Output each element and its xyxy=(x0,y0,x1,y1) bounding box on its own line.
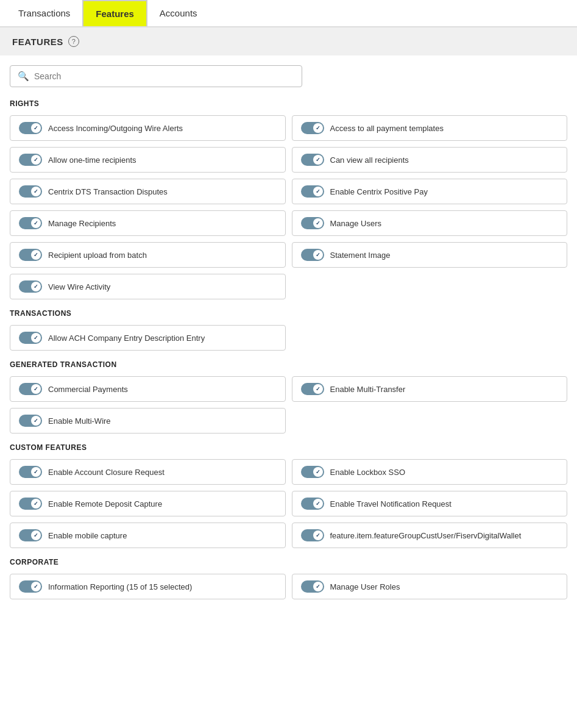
toggle-switch[interactable]: ✓ xyxy=(19,498,42,510)
toggle-switch[interactable]: ✓ xyxy=(19,185,42,198)
toggle-switch[interactable]: ✓ xyxy=(301,217,324,229)
toggle-label: Enable Multi-Wire xyxy=(48,416,111,426)
toggle-allow-one-time-recipients[interactable]: ✓ Allow one-time recipients xyxy=(10,147,286,173)
features-content: 🔍 RIGHTS ✓ Access Incoming/Outgoing Wire… xyxy=(0,55,577,619)
toggle-label: Enable mobile capture xyxy=(48,531,127,540)
toggle-switch[interactable]: ✓ xyxy=(301,383,324,395)
toggle-label: Enable Lockbox SSO xyxy=(330,468,406,477)
toggle-label: Allow one-time recipients xyxy=(48,155,136,165)
toggle-manage-users[interactable]: ✓ Manage Users xyxy=(292,210,568,236)
toggle-switch[interactable]: ✓ xyxy=(19,415,42,427)
toggle-label: Enable Remote Deposit Capture xyxy=(48,499,162,509)
toggle-label: Enable Travel Notification Request xyxy=(330,499,451,509)
toggle-switch[interactable]: ✓ xyxy=(301,249,324,261)
group-label-corporate: CORPORATE xyxy=(10,558,567,566)
toggle-allow-ach[interactable]: ✓ Allow ACH Company Entry Description En… xyxy=(10,325,286,351)
search-input[interactable] xyxy=(34,71,294,81)
group-generated-transaction: GENERATED TRANSACTION ✓ Commercial Payme… xyxy=(10,360,567,434)
toggle-label: Can view all recipients xyxy=(330,155,409,165)
toggle-switch[interactable]: ✓ xyxy=(301,580,324,593)
generated-grid: ✓ Commercial Payments ✓ Enable Multi-Tra… xyxy=(10,376,567,402)
toggle-switch[interactable]: ✓ xyxy=(19,529,42,541)
toggle-switch[interactable]: ✓ xyxy=(19,122,42,134)
toggle-label: Access Incoming/Outgoing Wire Alerts xyxy=(48,124,183,133)
toggle-label: Recipient upload from batch xyxy=(48,251,147,260)
tab-accounts[interactable]: Accounts xyxy=(147,1,210,26)
toggle-switch[interactable]: ✓ xyxy=(301,122,324,134)
group-custom-features: CUSTOM FEATURES ✓ Enable Account Closure… xyxy=(10,443,567,548)
tab-features[interactable]: Features xyxy=(82,0,147,26)
toggle-switch[interactable]: ✓ xyxy=(19,249,42,261)
tab-transactions[interactable]: Transactions xyxy=(6,1,82,26)
toggle-label: Statement Image xyxy=(330,251,391,260)
toggle-label: Manage User Roles xyxy=(330,582,400,591)
toggle-label: Commercial Payments xyxy=(48,385,128,394)
group-rights: RIGHTS ✓ Access Incoming/Outgoing Wire A… xyxy=(10,99,567,299)
toggle-mobile-capture[interactable]: ✓ Enable mobile capture xyxy=(10,523,286,548)
toggle-access-wire-alerts[interactable]: ✓ Access Incoming/Outgoing Wire Alerts xyxy=(10,115,286,141)
toggle-manage-user-roles[interactable]: ✓ Manage User Roles xyxy=(292,574,568,599)
toggle-switch[interactable]: ✓ xyxy=(19,383,42,395)
toggle-label: Enable Multi-Transfer xyxy=(330,385,406,394)
features-header: FEATURES ? xyxy=(0,27,577,55)
rights-grid: ✓ Access Incoming/Outgoing Wire Alerts ✓… xyxy=(10,115,567,299)
toggle-label: Enable Centrix Positive Pay xyxy=(330,187,428,196)
toggle-switch[interactable]: ✓ xyxy=(301,185,324,198)
toggle-enable-multi-wire[interactable]: ✓ Enable Multi-Wire xyxy=(10,408,286,434)
toggle-switch[interactable]: ✓ xyxy=(19,580,42,593)
group-corporate: CORPORATE ✓ Information Reporting (15 of… xyxy=(10,558,567,599)
group-label-rights: RIGHTS xyxy=(10,99,567,108)
toggle-account-closure[interactable]: ✓ Enable Account Closure Request xyxy=(10,459,286,485)
toggle-switch[interactable]: ✓ xyxy=(301,154,324,166)
toggle-switch[interactable]: ✓ xyxy=(19,217,42,229)
search-bar: 🔍 xyxy=(10,65,302,87)
toggle-travel-notification[interactable]: ✓ Enable Travel Notification Request xyxy=(292,491,568,516)
toggle-lockbox-sso[interactable]: ✓ Enable Lockbox SSO xyxy=(292,459,568,485)
group-label-transactions: TRANSACTIONS xyxy=(10,309,567,318)
toggle-information-reporting[interactable]: ✓ Information Reporting (15 of 15 select… xyxy=(10,574,286,599)
features-title: FEATURES xyxy=(12,37,63,47)
toggle-manage-recipients[interactable]: ✓ Manage Recipients xyxy=(10,210,286,236)
custom-features-grid: ✓ Enable Account Closure Request ✓ Enabl… xyxy=(10,459,567,548)
toggle-label: Access to all payment templates xyxy=(330,124,444,133)
toggle-label: Allow ACH Company Entry Description Entr… xyxy=(48,334,205,343)
toggle-remote-deposit[interactable]: ✓ Enable Remote Deposit Capture xyxy=(10,491,286,516)
toggle-view-wire-activity[interactable]: ✓ View Wire Activity xyxy=(10,274,286,299)
toggle-switch[interactable]: ✓ xyxy=(19,332,42,344)
group-transactions: TRANSACTIONS ✓ Allow ACH Company Entry D… xyxy=(10,309,567,351)
toggle-centrix-dts[interactable]: ✓ Centrix DTS Transaction Disputes xyxy=(10,179,286,204)
tabs-container: Transactions Features Accounts xyxy=(0,0,577,27)
toggle-switch[interactable]: ✓ xyxy=(19,466,42,478)
toggle-label: View Wire Activity xyxy=(48,282,110,291)
group-label-generated: GENERATED TRANSACTION xyxy=(10,360,567,369)
toggle-commercial-payments[interactable]: ✓ Commercial Payments xyxy=(10,376,286,402)
toggle-switch[interactable]: ✓ xyxy=(19,154,42,166)
group-label-custom: CUSTOM FEATURES xyxy=(10,443,567,452)
toggle-enable-multi-transfer[interactable]: ✓ Enable Multi-Transfer xyxy=(292,376,568,402)
toggle-statement-image[interactable]: ✓ Statement Image xyxy=(292,242,568,268)
toggle-label: Enable Account Closure Request xyxy=(48,468,165,477)
toggle-enable-centrix-positive-pay[interactable]: ✓ Enable Centrix Positive Pay xyxy=(292,179,568,204)
toggle-switch[interactable]: ✓ xyxy=(19,280,42,293)
toggle-label: Manage Recipients xyxy=(48,219,116,228)
search-icon: 🔍 xyxy=(18,71,29,82)
toggle-label: Information Reporting (15 of 15 selected… xyxy=(48,582,192,591)
toggle-label: feature.item.featureGroupCustUser/Fiserv… xyxy=(330,531,522,540)
toggle-access-payment-templates[interactable]: ✓ Access to all payment templates xyxy=(292,115,568,141)
help-icon[interactable]: ? xyxy=(68,36,79,47)
toggle-switch[interactable]: ✓ xyxy=(301,529,324,541)
corporate-grid: ✓ Information Reporting (15 of 15 select… xyxy=(10,574,567,599)
toggle-can-view-all-recipients[interactable]: ✓ Can view all recipients xyxy=(292,147,568,173)
toggle-recipient-upload[interactable]: ✓ Recipient upload from batch xyxy=(10,242,286,268)
toggle-fiserv-digital-wallet[interactable]: ✓ feature.item.featureGroupCustUser/Fise… xyxy=(292,523,568,548)
toggle-label: Manage Users xyxy=(330,219,382,228)
toggle-label: Centrix DTS Transaction Disputes xyxy=(48,187,168,196)
toggle-switch[interactable]: ✓ xyxy=(301,498,324,510)
toggle-switch[interactable]: ✓ xyxy=(301,466,324,478)
